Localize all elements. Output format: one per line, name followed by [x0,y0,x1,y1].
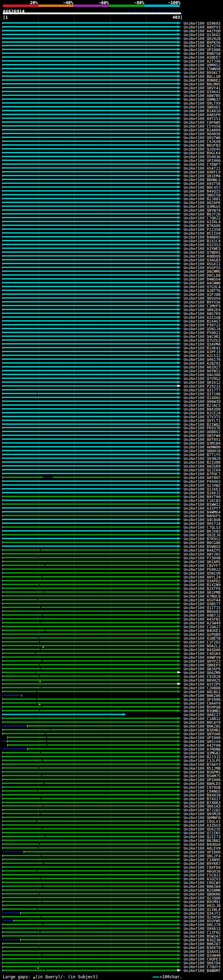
alignment-row[interactable]: UniRef100_A3IPY7 [0,506,223,510]
alignment-row[interactable]: UniRef100_B8A3D0 [0,407,223,411]
alignment-row[interactable]: UniRef100_Q39603 [0,21,223,25]
alignment-row[interactable]: UniRef100_Q37106 [0,392,223,396]
alignment-bar[interactable] [3,878,177,879]
alignment-row[interactable]: UniRef100_B5IIU4 [0,231,223,235]
alignment-bar[interactable] [3,87,177,88]
alignment-bar[interactable] [3,618,177,619]
alignment-bar[interactable] [3,248,177,249]
alignment-bar[interactable] [3,324,177,325]
alignment-bar[interactable] [3,22,177,24]
alignment-row[interactable]: UniRef100_A3Z2U8 [0,315,223,319]
alignment-bar[interactable] [3,561,177,562]
alignment-row[interactable]: UniRef100_B3QZ38 [0,938,223,942]
alignment-row[interactable]: UniRef100_A3Z6U3 [0,823,223,827]
alignment-bar[interactable] [3,843,177,845]
alignment-bar[interactable] [27,725,177,727]
alignment-row[interactable]: UniRef100_A0YLZ4 [0,575,223,579]
alignment-row[interactable]: UniRef100_Q9LTX9 [0,101,223,105]
alignment-bar[interactable] [3,881,177,883]
alignment-bar[interactable] [3,710,177,711]
alignment-bar[interactable] [3,209,177,211]
alignment-row[interactable]: UniRef100_A0ZGR9 [0,464,223,468]
alignment-bar[interactable] [3,633,177,635]
alignment-bar[interactable] [3,148,177,150]
alignment-bar[interactable] [3,649,177,650]
alignment-bar[interactable] [21,912,177,913]
alignment-bar[interactable] [3,454,177,455]
alignment-bar[interactable] [3,626,177,627]
alignment-bar[interactable] [3,244,177,245]
alignment-bar[interactable] [3,962,177,963]
alignment-bar[interactable] [3,129,177,130]
alignment-row[interactable]: UniRef100_B1X4G7 [0,319,223,323]
alignment-row[interactable]: UniRef100_A0ZHZ7 [0,365,223,369]
alignment-row[interactable]: UniRef100_B1WWI2 [0,502,223,506]
alignment-row[interactable]: UniRef100_Q8L2F4 [0,854,223,858]
alignment-bar[interactable] [3,79,177,81]
alignment-row[interactable]: UniRef100_A3YWE3 [0,247,223,250]
alignment-row[interactable]: UniRef100_A4SFB1 [0,617,223,621]
alignment-bar[interactable] [3,855,177,856]
alignment-bar[interactable] [3,943,177,944]
alignment-row[interactable]: UniRef100_B4AZY5 [0,548,223,552]
alignment-row[interactable]: UniRef100_A8G7K9 [0,312,223,315]
alignment-bar[interactable] [3,56,177,58]
alignment-bar[interactable] [3,351,177,352]
alignment-bar[interactable] [3,370,177,371]
alignment-bar[interactable] [3,381,177,383]
alignment-bar[interactable] [3,301,177,302]
alignment-bar[interactable] [3,469,177,470]
alignment-bar[interactable] [3,671,177,673]
alignment-row[interactable]: UniRef100_O50036 [0,155,223,159]
alignment-row[interactable]: UniRef100_Q3B577 [0,602,223,606]
alignment-row[interactable]: UniRef100_B4WSG4 [0,277,223,281]
alignment-row[interactable]: UniRef100_C0PAW5 [0,120,223,124]
alignment-bar[interactable] [3,824,177,826]
alignment-bar[interactable] [3,534,177,535]
alignment-bar[interactable] [3,721,177,723]
alignment-bar[interactable] [3,355,177,356]
alignment-bar[interactable] [3,519,177,520]
alignment-row[interactable]: UniRef100_Q2JI64 [0,468,223,472]
alignment-row[interactable]: UniRef100_B5HPQ8 [0,705,223,709]
alignment-row[interactable]: UniRef100_A3Z3S3 [0,243,223,247]
alignment-row[interactable]: UniRef100_Q8VY41 [0,86,223,90]
alignment-bar[interactable] [3,167,177,169]
alignment-row[interactable]: UniRef100_A9T251 [0,116,223,120]
alignment-row[interactable]: UniRef100_Q3AXX1 [0,950,223,953]
alignment-row[interactable]: UniRef100_Q1IT15 [0,606,223,609]
alignment-bar[interactable] [3,698,177,700]
alignment-row[interactable]: UniRef100_Q0AZM9 [0,671,223,675]
alignment-row[interactable]: UniRef100_B2IWQ2 [0,422,223,426]
alignment-row[interactable]: UniRef100_B0JV83 [0,529,223,533]
alignment-bar[interactable] [3,228,177,230]
alignment-row[interactable]: UniRef100_C5YU58 [0,124,223,128]
alignment-bar[interactable] [3,947,177,948]
alignment-bar[interactable] [3,783,177,784]
alignment-bar[interactable] [3,821,177,822]
alignment-bar[interactable] [3,347,177,348]
alignment-bar[interactable] [3,434,177,436]
alignment-row[interactable]: UniRef100_A7RDN8 [0,747,223,751]
alignment-bar[interactable] [3,530,177,531]
alignment-bar[interactable] [3,714,123,715]
alignment-row[interactable]: UniRef100_Q5N1J4 [0,327,223,331]
alignment-bar[interactable] [3,450,177,451]
alignment-bar[interactable] [3,232,177,234]
alignment-row[interactable]: UniRef100_B4WRM7 [0,969,223,972]
alignment-row[interactable]: UniRef100_Q0IAM1 [0,560,223,563]
alignment-bar[interactable] [27,748,177,749]
alignment-bar[interactable] [3,133,177,134]
alignment-bar[interactable] [3,889,177,891]
alignment-bar[interactable] [3,683,177,684]
alignment-row[interactable]: UniRef100_B9SKC7 [0,71,223,75]
alignment-row[interactable]: UniRef100_B5W2A7 [0,934,223,938]
alignment-row[interactable]: UniRef100_Q85FW4 [0,434,223,438]
alignment-bar[interactable] [3,866,177,868]
alignment-row[interactable]: UniRef100_Q0YPZ3 [0,659,223,663]
alignment-row[interactable]: UniRef100_B1X1C4 [0,239,223,243]
alignment-row[interactable]: UniRef100_B9N0E2 [0,78,223,82]
alignment-bar[interactable] [3,553,177,555]
alignment-bar[interactable] [3,950,177,952]
alignment-row[interactable]: UniRef100_A8YJ65 [0,552,223,556]
